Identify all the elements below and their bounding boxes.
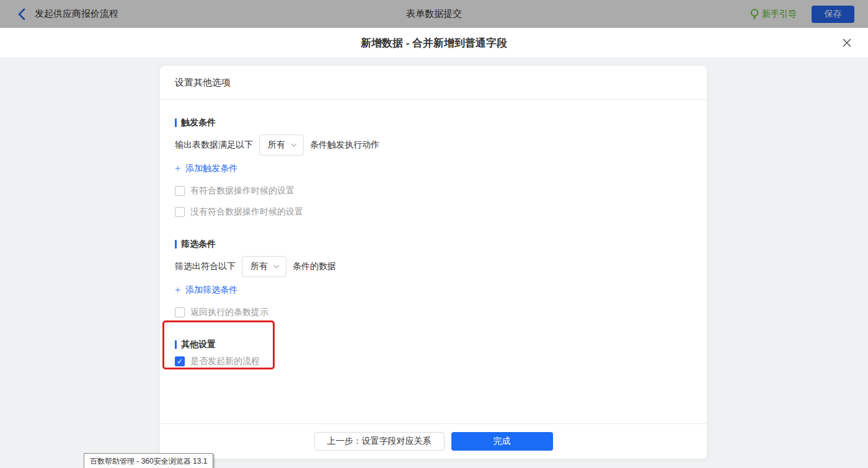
close-icon[interactable] xyxy=(841,37,853,49)
browser-status-tooltip: 百数帮助管理 - 360安全浏览器 13.1 xyxy=(84,453,213,468)
guide-label: 新手引导 xyxy=(762,9,797,20)
done-button[interactable]: 完成 xyxy=(451,432,553,451)
trigger-section-title: 触发条件 xyxy=(175,117,692,128)
chevron-down-icon xyxy=(291,143,297,147)
checkbox-checked[interactable]: ✓ xyxy=(175,356,185,366)
checkbox-return-count-tip[interactable]: 返回执行的条数提示 xyxy=(175,307,268,318)
beginner-guide-button[interactable]: 新手引导 xyxy=(750,9,797,20)
trigger-condition-row: 输出表数据满足以下 所有 条件触发执行动作 xyxy=(175,135,692,156)
filter-section-title: 筛选条件 xyxy=(175,239,692,250)
plus-icon: + xyxy=(175,163,180,174)
checkbox-has-matching-data[interactable]: 有符合数据操作时候的设置 xyxy=(175,185,294,196)
panel-footer: 上一步：设置字段对应关系 完成 xyxy=(160,423,707,459)
other-section-title: 其他设置 xyxy=(175,339,692,350)
filter-row-prefix: 筛选出符合以下 xyxy=(175,261,236,272)
filter-condition-row: 筛选出符合以下 所有 条件的数据 xyxy=(175,256,692,277)
options-panel: 设置其他选项 触发条件 输出表数据满足以下 所有 条件触发执行动作 + 添加触发 xyxy=(160,66,707,459)
section-marker xyxy=(175,118,177,127)
modal-title: 新增数据 - 合并新增到普通字段 xyxy=(0,28,868,58)
filter-match-select[interactable]: 所有 xyxy=(242,256,286,277)
checkbox-unchecked[interactable] xyxy=(175,207,185,217)
modal-body: 设置其他选项 触发条件 输出表数据满足以下 所有 条件触发执行动作 + 添加触发 xyxy=(0,58,868,468)
plus-icon: + xyxy=(175,285,180,296)
trigger-row-suffix: 条件触发执行动作 xyxy=(310,139,379,151)
checkbox-unchecked[interactable] xyxy=(175,307,185,317)
checkbox-start-new-flow[interactable]: ✓ 是否发起新的流程 xyxy=(175,356,260,367)
filter-row-suffix: 条件的数据 xyxy=(293,261,336,272)
previous-step-button[interactable]: 上一步：设置字段对应关系 xyxy=(314,432,445,451)
add-filter-condition-link[interactable]: + 添加筛选条件 xyxy=(175,285,237,296)
checkbox-unchecked[interactable] xyxy=(175,186,185,196)
trigger-match-select[interactable]: 所有 xyxy=(259,135,304,156)
checkbox-no-matching-data[interactable]: 没有符合数据操作时候的设置 xyxy=(175,206,303,218)
modal-header: 新增数据 - 合并新增到普通字段 xyxy=(0,28,868,58)
section-marker xyxy=(175,340,177,349)
panel-header: 设置其他选项 xyxy=(160,66,707,100)
section-marker xyxy=(175,240,177,249)
top-app-bar: 发起供应商报价流程 表单数据提交 新手引导 保存 xyxy=(0,0,868,28)
add-trigger-condition-link[interactable]: + 添加触发条件 xyxy=(175,163,237,174)
lightbulb-icon xyxy=(750,9,759,20)
page-title: 表单数据提交 xyxy=(0,8,868,20)
trigger-row-prefix: 输出表数据满足以下 xyxy=(175,139,253,151)
chevron-down-icon xyxy=(273,265,280,268)
save-button[interactable]: 保存 xyxy=(812,6,854,23)
